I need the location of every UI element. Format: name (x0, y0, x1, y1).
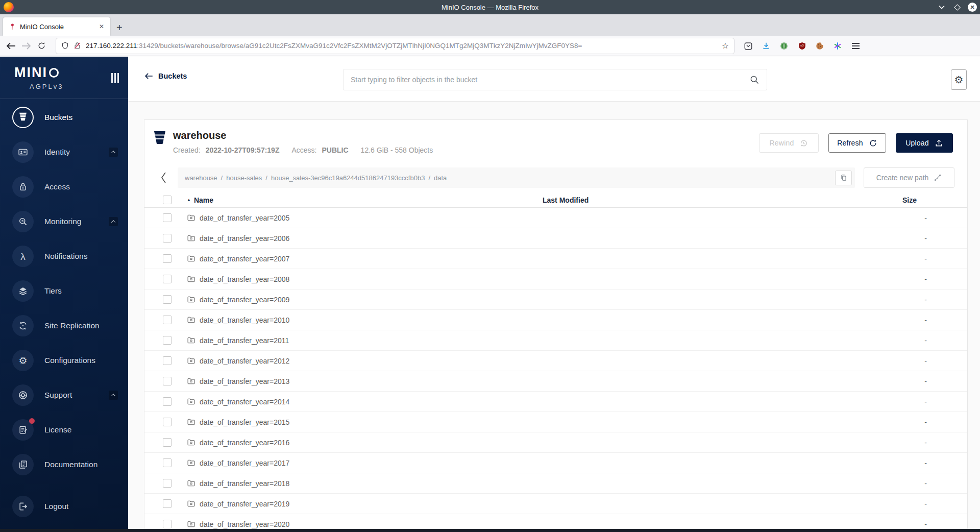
bucket-settings-gear-button[interactable]: ⚙ (951, 69, 967, 90)
breadcrumb-segment[interactable]: house-sales (226, 174, 262, 182)
sidebar-item-site-replication[interactable]: Site Replication (0, 308, 128, 343)
refresh-button[interactable]: Refresh (828, 133, 886, 153)
sidebar-item-buckets[interactable]: Buckets (0, 100, 128, 135)
table-row[interactable]: date_of_transfer_year=2008 - (144, 269, 967, 289)
browser-reload-button[interactable] (34, 38, 49, 54)
bookmark-star-icon[interactable]: ☆ (722, 41, 729, 51)
row-checkbox[interactable] (163, 377, 172, 385)
table-row[interactable]: date_of_transfer_year=2007 - (144, 249, 967, 269)
column-header-last-modified[interactable]: Last Modified (543, 196, 902, 204)
taskbar-edge (0, 529, 980, 532)
shield-icon[interactable] (61, 41, 69, 50)
window-close-button[interactable]: ✕ (968, 3, 977, 12)
tab-close-icon[interactable]: ✕ (97, 22, 106, 31)
create-new-path-button[interactable]: Create new path (864, 167, 954, 188)
search-icon (749, 75, 760, 85)
table-row[interactable]: date_of_transfer_year=2009 - (144, 289, 967, 310)
chevron-up-icon[interactable] (109, 391, 118, 400)
copy-path-button[interactable] (835, 171, 852, 185)
window-maximize-button[interactable] (952, 3, 962, 12)
sidebar-item-license[interactable]: License (0, 413, 128, 447)
back-to-buckets-link[interactable]: Buckets (144, 72, 187, 80)
sidebar-item-support[interactable]: Support (0, 378, 128, 413)
column-header-size[interactable]: Size (902, 196, 949, 204)
access-icon (12, 176, 34, 198)
download-icon[interactable] (761, 41, 771, 51)
pocket-icon[interactable] (743, 41, 753, 51)
row-checkbox[interactable] (163, 520, 172, 528)
table-row[interactable]: date_of_transfer_year=2019 - (144, 494, 967, 514)
upload-label: Upload (905, 139, 929, 147)
table-row[interactable]: date_of_transfer_year=2015 - (144, 412, 967, 432)
rewind-button[interactable]: Rewind (759, 133, 819, 153)
breadcrumb-segment[interactable]: warehouse (185, 174, 217, 182)
object-size: - (902, 520, 949, 528)
row-checkbox[interactable] (163, 438, 172, 447)
table-row[interactable]: date_of_transfer_year=2012 - (144, 351, 967, 371)
row-checkbox[interactable] (163, 479, 172, 488)
row-checkbox[interactable] (163, 316, 172, 324)
broken-lock-icon[interactable] (74, 41, 81, 50)
sidebar-item-tiers[interactable]: Tiers (0, 274, 128, 308)
sidebar-item-identity[interactable]: Identity (0, 135, 128, 170)
sidebar-item-documentation[interactable]: Documentation (0, 447, 128, 482)
table-row[interactable]: date_of_transfer_year=2018 - (144, 473, 967, 494)
row-checkbox[interactable] (163, 213, 172, 222)
sidebar-item-logout[interactable]: Logout (0, 489, 128, 524)
menu-icon[interactable] (850, 41, 861, 51)
row-checkbox[interactable] (163, 336, 172, 345)
new-tab-button[interactable]: + (110, 22, 129, 36)
object-name: date_of_transfer_year=2006 (200, 234, 289, 243)
table-header-row: ▲ Name Last Modified Size (144, 192, 967, 208)
table-row[interactable]: date_of_transfer_year=2006 - (144, 228, 967, 249)
breadcrumb-segment[interactable]: house_sales-3ec96c19a6244d5186247193cccf… (271, 174, 425, 182)
folder-icon (187, 438, 195, 447)
folder-icon (187, 275, 195, 283)
multi-color-asterisk-icon[interactable] (832, 41, 843, 51)
table-row[interactable]: date_of_transfer_year=2005 - (144, 208, 967, 228)
minio-logo-i: I (43, 66, 48, 80)
url-bar[interactable]: 217.160.222.211:31429/buckets/warehouse/… (56, 38, 734, 54)
sidebar-item-label: Identity (44, 148, 109, 157)
table-row[interactable]: date_of_transfer_year=2020 - (144, 514, 967, 529)
table-row[interactable]: date_of_transfer_year=2016 - (144, 432, 967, 453)
row-checkbox[interactable] (163, 234, 172, 243)
table-row[interactable]: date_of_transfer_year=2017 - (144, 453, 967, 473)
browser-forward-button[interactable] (18, 38, 34, 54)
browser-navbar: 217.160.222.211:31429/buckets/warehouse/… (0, 36, 980, 56)
chevron-up-icon[interactable] (109, 217, 118, 226)
sidebar-collapse-icon[interactable] (111, 73, 119, 83)
select-all-checkbox[interactable] (163, 196, 172, 204)
table-row[interactable]: date_of_transfer_year=2013 - (144, 371, 967, 392)
window-minimize-button[interactable] (937, 3, 946, 12)
refresh-label: Refresh (837, 139, 863, 147)
row-checkbox[interactable] (163, 499, 172, 508)
column-header-name[interactable]: Name (194, 196, 213, 204)
table-row[interactable]: date_of_transfer_year=2010 - (144, 310, 967, 330)
ublock-icon[interactable]: uO (797, 41, 807, 51)
filter-objects-input[interactable] (351, 76, 749, 84)
path-back-button[interactable] (157, 172, 170, 184)
cookie-icon[interactable] (815, 41, 825, 51)
row-checkbox[interactable] (163, 295, 172, 304)
row-checkbox[interactable] (163, 254, 172, 263)
table-row[interactable]: date_of_transfer_year=2011 - (144, 330, 967, 351)
sidebar-item-notifications[interactable]: λ Notifications (0, 239, 128, 274)
breadcrumb-separator: / (428, 174, 430, 182)
sidebar-item-monitoring[interactable]: Monitoring (0, 204, 128, 239)
row-checkbox[interactable] (163, 458, 172, 467)
table-row[interactable]: date_of_transfer_year=2014 - (144, 392, 967, 412)
chevron-up-icon[interactable] (109, 148, 118, 157)
sidebar-item-configurations[interactable]: ⚙ Configurations (0, 343, 128, 378)
browser-tab-minio-console[interactable]: MinIO Console ✕ (3, 17, 110, 36)
row-checkbox[interactable] (163, 275, 172, 283)
row-checkbox[interactable] (163, 356, 172, 365)
row-checkbox[interactable] (163, 397, 172, 406)
sort-ascending-icon[interactable]: ▲ (187, 198, 191, 202)
folder-icon (187, 336, 195, 345)
row-checkbox[interactable] (163, 418, 172, 426)
sidebar-item-access[interactable]: Access (0, 170, 128, 204)
browser-back-button[interactable] (3, 38, 18, 54)
upload-button[interactable]: Upload (896, 133, 953, 153)
privacy-badger-icon[interactable] (779, 41, 789, 51)
